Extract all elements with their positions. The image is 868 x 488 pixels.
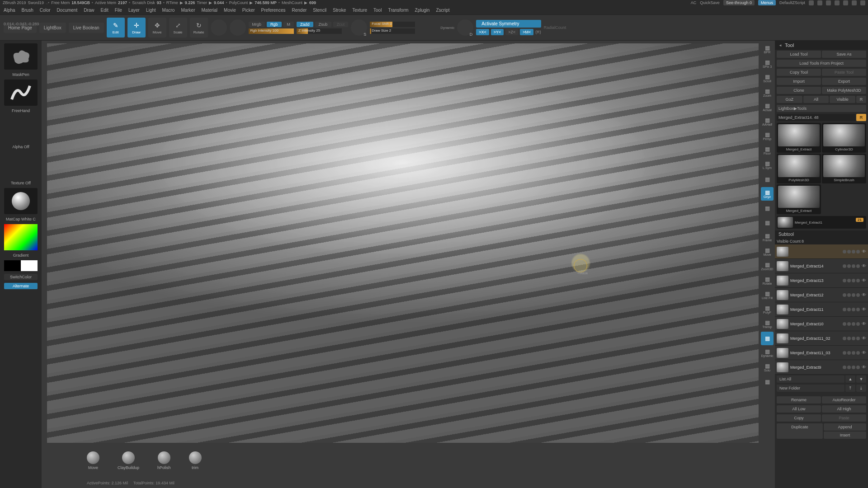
switch-color-button[interactable]: SwitchColor	[4, 274, 38, 280]
focal-shift-slider[interactable]: Focal Shift 0	[370, 22, 415, 27]
menu-render[interactable]: Render	[292, 8, 307, 13]
move-top-button[interactable]: ⤒	[845, 385, 855, 392]
tool-cell-0[interactable]: Merged_Extract	[777, 123, 821, 153]
viewstrip-bpr[interactable]: ▦BPR	[761, 42, 774, 56]
viewstrip-actual[interactable]: ▦Actual	[761, 100, 774, 114]
s-dial[interactable]: S	[351, 19, 367, 36]
visibility-eye-icon[interactable]: 👁	[862, 350, 866, 355]
zsub-button[interactable]: Zsub	[315, 22, 331, 27]
viewport[interactable]: +Mask ▦BPR▦SPix 3▦Scroll▦Zoom▦Actual▦AAH…	[42, 41, 775, 488]
minimize-icon[interactable]	[843, 0, 848, 5]
sym-x-button[interactable]: >X<	[476, 29, 489, 35]
layout-icon[interactable]	[826, 0, 831, 5]
viewstrip-button[interactable]: ▦	[761, 375, 774, 389]
viewstrip-persp[interactable]: ▦Persp	[761, 129, 774, 143]
grid-icon[interactable]	[817, 0, 822, 5]
rename-button[interactable]: Rename	[777, 396, 821, 404]
tool-cell-1[interactable]: Cylinder3D	[822, 123, 866, 153]
menu-picker[interactable]: Picker	[242, 8, 255, 13]
subtool-paste-button[interactable]: Paste	[822, 414, 866, 422]
viewstrip-rotate[interactable]: ▦Rotate	[761, 274, 774, 287]
viewstrip-line-fill[interactable]: ▦Line Fill	[761, 288, 774, 302]
rgb-intensity-slider[interactable]: Rgb Intensity 100	[249, 28, 294, 34]
quicksave-button[interactable]: QuickSave	[700, 0, 720, 5]
menu-preferences[interactable]: Preferences	[261, 8, 286, 13]
viewstrip-scroll[interactable]: ▦Scroll	[761, 71, 774, 85]
quickbrush-trim[interactable]: trim	[189, 451, 202, 470]
zcut-button[interactable]: Zcut	[333, 22, 349, 27]
lock-icon[interactable]	[835, 0, 840, 5]
swatch-white[interactable]	[21, 260, 38, 271]
tool-panel-header[interactable]: Tool	[775, 41, 868, 50]
lightbox-button[interactable]: LightBox	[39, 23, 66, 33]
sym-y-button[interactable]: >Y<	[491, 29, 504, 35]
clone-button[interactable]: Clone	[777, 87, 821, 94]
export-button[interactable]: Export	[822, 78, 866, 85]
tool-cell-2[interactable]: PolyMesh3D	[777, 154, 821, 183]
viewstrip-button[interactable]: ▦	[761, 173, 774, 186]
visibility-eye-icon[interactable]: 👁	[862, 365, 866, 370]
material-preview[interactable]	[4, 188, 38, 214]
arrows-icon[interactable]	[809, 0, 814, 5]
subtool-item-7[interactable]: Merged_Extract11_03👁	[775, 346, 868, 360]
visibility-eye-icon[interactable]: 👁	[862, 292, 866, 297]
all-high-button[interactable]: All High	[822, 405, 866, 413]
subtool-item-6[interactable]: Merged_Extract11_02👁	[775, 331, 868, 346]
d-dial[interactable]: D	[457, 19, 473, 36]
menu-transform[interactable]: Transform	[388, 8, 408, 13]
quickbrush-hpolish[interactable]: hPolish	[157, 451, 171, 470]
menu-marker[interactable]: Marker	[181, 8, 195, 13]
live-boolean-button[interactable]: Live Boolean	[69, 23, 104, 33]
viewstrip-l-sym[interactable]: ▦L.Sym	[761, 158, 774, 172]
goz-r-button[interactable]: R	[856, 96, 866, 103]
viewstrip-gxyz[interactable]: ▦Gxyz	[761, 187, 774, 201]
paste-tool-button[interactable]: Paste Tool	[822, 69, 866, 76]
copy-tool-button[interactable]: Copy Tool	[777, 69, 821, 76]
viewstrip-button[interactable]: ▦	[761, 332, 774, 345]
tool-cell-4[interactable]: Merged_Extract	[777, 184, 821, 214]
lightbox-tools-button[interactable]: Lightbox▶Tools	[777, 105, 866, 112]
move-mode-button[interactable]: ✥Move	[148, 18, 166, 38]
load-tools-project-button[interactable]: Load Tools From Project	[777, 60, 866, 67]
visibility-eye-icon[interactable]: 👁	[862, 336, 866, 341]
z-intensity-slider[interactable]: Z Intensity 25	[297, 28, 342, 34]
visibility-eye-icon[interactable]: 👁	[862, 307, 866, 312]
scale-mode-button[interactable]: ⤢Scale	[169, 18, 187, 38]
menu-material[interactable]: Material	[202, 8, 218, 13]
visibility-eye-icon[interactable]: 👁	[862, 249, 866, 254]
menu-edit[interactable]: Edit	[101, 8, 108, 13]
maximize-icon[interactable]	[852, 0, 857, 5]
color-picker[interactable]	[4, 224, 38, 250]
subtool-item-4[interactable]: Merged_Extract11👁	[775, 302, 868, 317]
make-polymesh-button[interactable]: Make PolyMesh3D	[822, 87, 866, 94]
subtool-item-3[interactable]: Merged_Extract12👁	[775, 288, 868, 302]
viewstrip-transp[interactable]: ▦Transp	[761, 317, 774, 331]
append-button[interactable]: Append	[824, 423, 866, 431]
sym-z-button[interactable]: >Z<	[505, 29, 518, 35]
menu-color[interactable]: Color	[40, 8, 51, 13]
gyro-button[interactable]	[211, 19, 227, 36]
menu-light[interactable]: Light	[146, 8, 156, 13]
viewstrip-zoom3d[interactable]: ▦Zoom3D	[761, 259, 774, 273]
menu-alpha[interactable]: Alpha	[4, 8, 15, 13]
viewstrip-solo[interactable]: ▦Solo	[761, 361, 774, 374]
list-all-button[interactable]: List All	[777, 375, 844, 383]
subtool-copy-button[interactable]: Copy	[777, 414, 821, 422]
menu-stroke[interactable]: Stroke	[333, 8, 346, 13]
stroke-preview[interactable]	[4, 80, 38, 106]
goz-all-button[interactable]: All	[803, 96, 829, 103]
alpha-preview[interactable]	[4, 116, 38, 142]
menu-zplugin[interactable]: Zplugin	[415, 8, 430, 13]
subtool-item-2[interactable]: Merged_Extract13👁	[775, 273, 868, 288]
rotate-mode-button[interactable]: ↻Rotate	[190, 18, 208, 38]
alternate-button[interactable]: Alternate	[4, 283, 38, 289]
viewstrip-aahalf[interactable]: ▦AAHalf	[761, 115, 774, 128]
viewstrip-polyf[interactable]: ▦PolyF	[761, 303, 774, 316]
menu-file[interactable]: File	[115, 8, 122, 13]
viewstrip-spix-3[interactable]: ▦SPix 3	[761, 57, 774, 70]
menus-button[interactable]: Menus	[758, 0, 776, 5]
subtool-item-5[interactable]: Merged_Extract10👁	[775, 317, 868, 331]
viewstrip-frame[interactable]: ▦Frame	[761, 230, 774, 244]
visibility-eye-icon[interactable]: 👁	[862, 278, 866, 283]
menu-movie[interactable]: Movie	[224, 8, 236, 13]
